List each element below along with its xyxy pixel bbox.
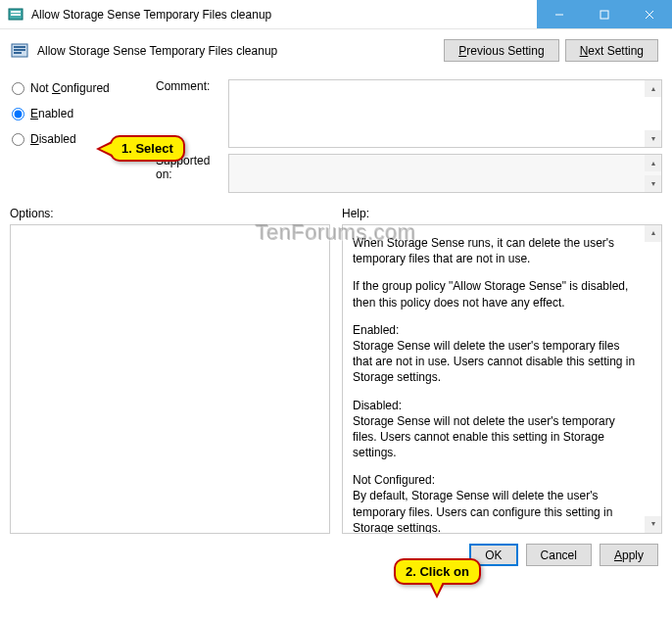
help-panel: When Storage Sense runs, it can delete t… — [342, 224, 662, 534]
svg-rect-10 — [14, 52, 22, 54]
minimize-button[interactable] — [537, 0, 582, 28]
svg-rect-9 — [14, 49, 25, 51]
not-configured-radio[interactable]: Not Configured — [10, 81, 152, 95]
comment-label: Comment: — [156, 79, 224, 93]
enabled-radio[interactable]: Enabled — [10, 107, 152, 120]
apply-button[interactable]: Apply — [600, 544, 658, 566]
svg-rect-4 — [600, 11, 608, 19]
policy-icon — [10, 41, 29, 61]
policy-title: Allow Storage Sense Temporary Files clea… — [37, 44, 444, 58]
scroll-down-icon[interactable]: ▾ — [645, 516, 661, 533]
options-panel — [10, 224, 330, 534]
options-label: Options: — [10, 207, 330, 220]
help-scrollbar[interactable]: ▴ ▾ — [645, 225, 661, 533]
window-controls — [537, 0, 672, 28]
scroll-down-icon[interactable]: ▾ — [645, 130, 661, 147]
not-configured-radio-input[interactable] — [12, 82, 24, 95]
svg-rect-1 — [11, 11, 21, 13]
svg-rect-2 — [11, 14, 21, 16]
enabled-radio-input[interactable] — [12, 108, 24, 120]
comment-textarea[interactable]: ▴ ▾ — [228, 79, 662, 148]
maximize-button[interactable] — [582, 0, 627, 28]
scroll-down-icon[interactable]: ▾ — [645, 175, 661, 192]
comment-scrollbar[interactable]: ▴ ▾ — [645, 80, 661, 147]
annotation-callout-2: 2. Click on — [394, 558, 481, 585]
dialog-button-bar: OK Cancel Apply — [10, 544, 662, 566]
close-button[interactable] — [627, 0, 672, 28]
help-label: Help: — [342, 207, 662, 220]
supported-textarea: ▴ ▾ — [228, 154, 662, 193]
titlebar: Allow Storage Sense Temporary Files clea… — [0, 0, 672, 29]
previous-setting-button[interactable]: Previous Setting — [444, 39, 558, 62]
scroll-up-icon[interactable]: ▴ — [645, 225, 661, 242]
window-title: Allow Storage Sense Temporary Files clea… — [31, 8, 537, 22]
scroll-up-icon[interactable]: ▴ — [645, 155, 661, 171]
help-text: When Storage Sense runs, it can delete t… — [353, 235, 640, 534]
cancel-button[interactable]: Cancel — [526, 544, 592, 566]
policy-app-icon — [8, 7, 24, 23]
annotation-callout-1: 1. Select — [110, 135, 185, 162]
supported-scrollbar[interactable]: ▴ ▾ — [645, 155, 661, 192]
disabled-radio-input[interactable] — [12, 133, 24, 146]
next-setting-button[interactable]: Next Setting — [565, 39, 658, 62]
svg-rect-8 — [14, 46, 25, 48]
scroll-up-icon[interactable]: ▴ — [645, 80, 661, 97]
